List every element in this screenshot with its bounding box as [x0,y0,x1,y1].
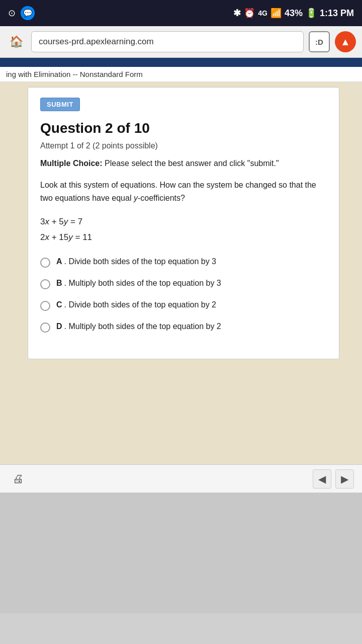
tab-switcher-button[interactable]: :D [309,31,330,52]
option-b[interactable]: B. Multiply both sides of the top equati… [40,279,327,289]
instruction-bold: Multiple Choice: [40,159,103,168]
option-b-text: B. Multiply both sides of the top equati… [56,279,221,288]
option-c-text: C. Divide both sides of the top equation… [56,300,216,309]
back-arrow-icon: ◀ [318,473,326,485]
option-d-text: D. Multiply both sides of the top equati… [56,322,221,331]
option-a-text: A. Divide both sides of the top equation… [56,257,216,266]
breadcrumb: ing with Elimination -- Nonstandard Form [0,67,362,82]
option-c[interactable]: C. Divide both sides of the top equation… [40,300,327,311]
upload-icon: ▲ [340,36,350,48]
instruction-text: Multiple Choice: Please select the best … [40,157,327,170]
progress-bar [0,58,362,67]
question-text: Look at this system of equations. How ca… [40,181,316,202]
battery-percent: 43% [285,8,303,19]
back-arrow-button[interactable]: ◀ [313,469,331,489]
quiz-card: SUBMIT Question 2 of 10 Attempt 1 of 2 (… [28,87,339,359]
submit-label: SUBMIT [47,101,73,108]
attempt-text: Attempt 1 of 2 (2 points possible) [40,141,327,150]
lte-icon: 4G [258,9,267,17]
answer-options: A. Divide both sides of the top equation… [40,257,327,333]
home-button[interactable]: 🏠 [6,32,26,52]
print-button[interactable]: 🖨 [8,469,28,489]
battery-icon: 🔋 [306,8,317,19]
forward-arrow-icon: ▶ [341,473,348,485]
equation-2: 2x + 15y = 11 [40,230,327,246]
equation-1: 3x + 5y = 7 [40,214,327,230]
option-d[interactable]: D. Multiply both sides of the top equati… [40,322,327,333]
radio-d[interactable] [40,323,50,333]
main-content: SUBMIT Question 2 of 10 Attempt 1 of 2 (… [0,82,362,464]
radio-b[interactable] [40,279,50,289]
status-right-info: ✱ ⏰ 4G 📶 43% 🔋 1:13 PM [233,8,354,19]
radio-c[interactable] [40,301,50,311]
url-text: courses-prd.apexlearning.com [39,37,154,47]
bottom-toolbar: 🖨 ◀ ▶ [0,464,362,493]
option-a[interactable]: A. Divide both sides of the top equation… [40,257,327,268]
progress-fill [0,58,362,67]
upload-button[interactable]: ▲ [335,31,356,52]
equations: 3x + 5y = 7 2x + 15y = 11 [40,214,327,245]
submit-button[interactable]: SUBMIT [40,98,80,111]
radio-a[interactable] [40,258,50,268]
signal-bars-icon: 📶 [270,8,282,19]
browser-chrome: 🏠 courses-prd.apexlearning.com :D ▲ [0,26,362,58]
question-title: Question 2 of 10 [40,120,327,136]
print-icon: 🖨 [13,472,24,486]
wifi-icon: ⊙ [8,8,16,19]
breadcrumb-text: ing with Elimination -- Nonstandard Form [6,70,143,78]
messenger-icon: 💬 [21,6,35,20]
url-bar[interactable]: courses-prd.apexlearning.com [31,31,304,52]
nav-arrows: ◀ ▶ [313,469,354,489]
alarm-icon: ⏰ [244,8,255,19]
question-body: Look at this system of equations. How ca… [40,179,327,204]
time-display: 1:13 PM [320,8,354,19]
status-left-icons: ⊙ 💬 [8,6,35,20]
forward-arrow-button[interactable]: ▶ [335,469,354,489]
instruction-rest: Please select the best answer and click … [103,159,279,168]
bluetooth-icon: ✱ [233,8,241,19]
status-bar: ⊙ 💬 ✱ ⏰ 4G 📶 43% 🔋 1:13 PM [0,0,362,26]
gray-area [0,493,362,613]
